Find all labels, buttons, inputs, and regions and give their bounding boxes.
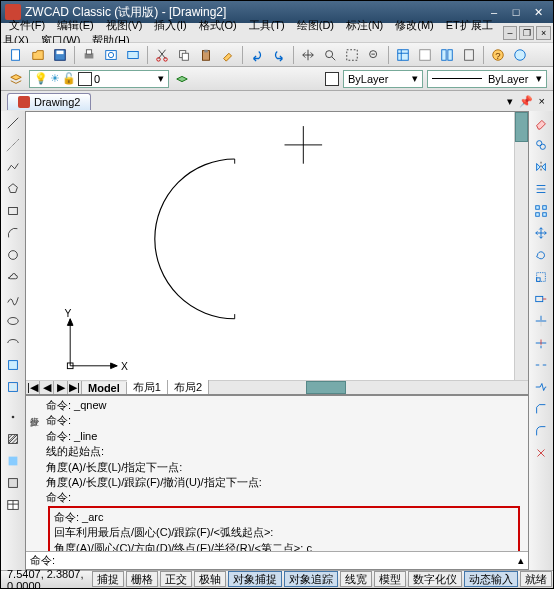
tab-close-icon[interactable]: ×	[537, 95, 547, 108]
new-button[interactable]	[6, 45, 26, 65]
stretch-tool[interactable]	[531, 289, 551, 309]
status-toggle[interactable]: 数字化仪	[408, 571, 462, 587]
mirror-tool[interactable]	[531, 157, 551, 177]
print-button[interactable]	[79, 45, 99, 65]
status-toggle[interactable]: 就绪	[520, 571, 552, 587]
status-toggle[interactable]: 对象追踪	[284, 571, 338, 587]
extend-tool[interactable]	[531, 333, 551, 353]
fillet-tool[interactable]	[531, 421, 551, 441]
linetype-dropdown[interactable]: ByLayer▾	[427, 70, 547, 88]
help-button[interactable]: ?	[488, 45, 508, 65]
hatch-tool[interactable]	[3, 429, 23, 449]
color-dropdown[interactable]: ByLayer▾	[343, 70, 423, 88]
doc-close-button[interactable]: ×	[536, 26, 551, 40]
zoom-button[interactable]	[320, 45, 340, 65]
array-tool[interactable]	[531, 201, 551, 221]
matchprop-button[interactable]	[218, 45, 238, 65]
menu-item[interactable]: 格式(O)	[193, 17, 243, 33]
menu-item[interactable]: 工具(T)	[243, 17, 291, 33]
chamfer-tool[interactable]	[531, 399, 551, 419]
color-swatch[interactable]	[325, 72, 339, 86]
menu-item[interactable]: 插入(I)	[148, 17, 192, 33]
scale-tool[interactable]	[531, 267, 551, 287]
menu-item[interactable]: 修改(M)	[389, 17, 440, 33]
maximize-button[interactable]: □	[505, 3, 527, 21]
drawing-canvas[interactable]: Y X |◀◀▶▶|Model布局1布局2	[26, 112, 528, 394]
menu-item[interactable]: 文件(F)	[3, 17, 51, 33]
insert-tool[interactable]	[3, 355, 23, 375]
status-toggle[interactable]: 对象捕捉	[228, 571, 282, 587]
paste-button[interactable]	[196, 45, 216, 65]
menu-item[interactable]: 视图(V)	[100, 17, 149, 33]
zoom-prev-button[interactable]	[364, 45, 384, 65]
menu-item[interactable]: 编辑(E)	[51, 17, 100, 33]
table-tool[interactable]	[3, 495, 23, 515]
block-tool[interactable]	[3, 377, 23, 397]
rotate-tool[interactable]	[531, 245, 551, 265]
layer-prev-button[interactable]	[172, 69, 192, 89]
vertical-scrollbar[interactable]	[514, 112, 528, 380]
undo-button[interactable]	[247, 45, 267, 65]
scroll-thumb[interactable]	[515, 112, 528, 142]
ellipse-arc-tool[interactable]	[3, 333, 23, 353]
cmd-scroll-up-icon[interactable]: ▴	[518, 554, 524, 567]
explode-tool[interactable]	[531, 443, 551, 463]
tool-pal-button[interactable]	[437, 45, 457, 65]
break-tool[interactable]	[531, 355, 551, 375]
ellipse-tool[interactable]	[3, 311, 23, 331]
region-tool[interactable]	[3, 473, 23, 493]
gradient-tool[interactable]	[3, 451, 23, 471]
status-toggle[interactable]: 捕捉	[92, 571, 124, 587]
spline-tool[interactable]	[3, 289, 23, 309]
revcloud-tool[interactable]	[3, 267, 23, 287]
layout-tab[interactable]: 布局2	[168, 380, 209, 394]
pin-icon[interactable]: 📌	[517, 95, 535, 108]
command-input[interactable]	[55, 555, 518, 566]
tab-nav-button[interactable]: ▶	[54, 381, 68, 394]
move-tool[interactable]	[531, 223, 551, 243]
menu-item[interactable]: 标注(N)	[340, 17, 389, 33]
layer-dropdown[interactable]: 💡 ☀ 🔓 0 ▾	[29, 70, 169, 88]
zoom-win-button[interactable]	[342, 45, 362, 65]
point-tool[interactable]	[3, 407, 23, 427]
redo-button[interactable]	[269, 45, 289, 65]
join-tool[interactable]	[531, 377, 551, 397]
publish-button[interactable]	[123, 45, 143, 65]
calc-button[interactable]	[459, 45, 479, 65]
circle-tool[interactable]	[3, 245, 23, 265]
tab-nav-button[interactable]: ▶|	[68, 381, 82, 394]
info-button[interactable]	[510, 45, 530, 65]
scroll-thumb[interactable]	[306, 381, 346, 394]
xline-tool[interactable]	[3, 135, 23, 155]
tab-nav-button[interactable]: ◀	[40, 381, 54, 394]
close-button[interactable]: ✕	[527, 3, 549, 21]
menu-item[interactable]: 绘图(D)	[291, 17, 340, 33]
design-button[interactable]	[415, 45, 435, 65]
rect-tool[interactable]	[3, 201, 23, 221]
tab-dropdown-icon[interactable]: ▾	[505, 95, 515, 108]
document-tab[interactable]: Drawing2	[7, 93, 91, 110]
copy-tool[interactable]	[531, 135, 551, 155]
doc-minimize-button[interactable]: –	[503, 26, 518, 40]
offset-tool[interactable]	[531, 179, 551, 199]
erase-tool[interactable]	[531, 113, 551, 133]
status-toggle[interactable]: 正交	[160, 571, 192, 587]
status-toggle[interactable]: 栅格	[126, 571, 158, 587]
open-button[interactable]	[28, 45, 48, 65]
layout-tab[interactable]: Model	[82, 382, 127, 394]
preview-button[interactable]	[101, 45, 121, 65]
layout-tab[interactable]: 布局1	[127, 380, 168, 394]
polygon-tool[interactable]	[3, 179, 23, 199]
arc-tool[interactable]	[3, 223, 23, 243]
status-toggle[interactable]: 极轴	[194, 571, 226, 587]
copy-button[interactable]	[174, 45, 194, 65]
status-toggle[interactable]: 模型	[374, 571, 406, 587]
pline-tool[interactable]	[3, 157, 23, 177]
layer-props-button[interactable]	[6, 69, 26, 89]
tab-nav-button[interactable]: |◀	[26, 381, 40, 394]
horizontal-scrollbar[interactable]: |◀◀▶▶|Model布局1布局2	[26, 380, 528, 394]
status-toggle[interactable]: 动态输入	[464, 571, 518, 587]
cut-button[interactable]	[152, 45, 172, 65]
props-button[interactable]	[393, 45, 413, 65]
save-button[interactable]	[50, 45, 70, 65]
